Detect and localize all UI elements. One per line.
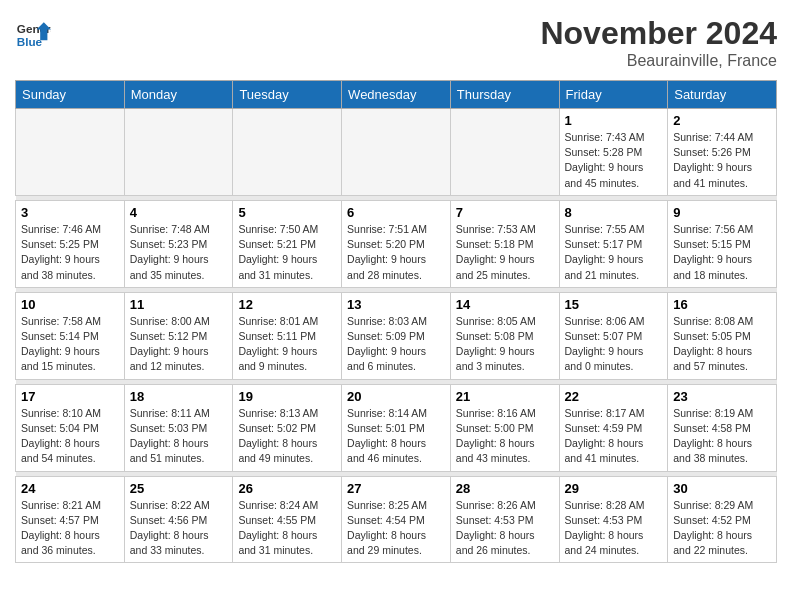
day-info: Sunrise: 8:29 AMSunset: 4:52 PMDaylight:… — [673, 498, 771, 559]
day-info: Sunrise: 8:19 AMSunset: 4:58 PMDaylight:… — [673, 406, 771, 467]
weekday-header-sunday: Sunday — [16, 81, 125, 109]
day-info: Sunrise: 8:25 AMSunset: 4:54 PMDaylight:… — [347, 498, 445, 559]
day-number: 14 — [456, 297, 554, 312]
day-info: Sunrise: 8:03 AMSunset: 5:09 PMDaylight:… — [347, 314, 445, 375]
day-cell: 2Sunrise: 7:44 AMSunset: 5:26 PMDaylight… — [668, 109, 777, 196]
day-cell: 22Sunrise: 8:17 AMSunset: 4:59 PMDayligh… — [559, 384, 668, 471]
day-number: 21 — [456, 389, 554, 404]
day-number: 12 — [238, 297, 336, 312]
day-cell: 7Sunrise: 7:53 AMSunset: 5:18 PMDaylight… — [450, 200, 559, 287]
day-number: 7 — [456, 205, 554, 220]
day-number: 26 — [238, 481, 336, 496]
day-info: Sunrise: 7:56 AMSunset: 5:15 PMDaylight:… — [673, 222, 771, 283]
day-info: Sunrise: 8:05 AMSunset: 5:08 PMDaylight:… — [456, 314, 554, 375]
day-info: Sunrise: 7:50 AMSunset: 5:21 PMDaylight:… — [238, 222, 336, 283]
day-info: Sunrise: 8:13 AMSunset: 5:02 PMDaylight:… — [238, 406, 336, 467]
day-info: Sunrise: 8:26 AMSunset: 4:53 PMDaylight:… — [456, 498, 554, 559]
day-info: Sunrise: 8:22 AMSunset: 4:56 PMDaylight:… — [130, 498, 228, 559]
weekday-header-thursday: Thursday — [450, 81, 559, 109]
day-number: 11 — [130, 297, 228, 312]
day-info: Sunrise: 7:58 AMSunset: 5:14 PMDaylight:… — [21, 314, 119, 375]
day-number: 3 — [21, 205, 119, 220]
day-cell: 26Sunrise: 8:24 AMSunset: 4:55 PMDayligh… — [233, 476, 342, 563]
day-number: 16 — [673, 297, 771, 312]
day-cell — [16, 109, 125, 196]
day-cell: 9Sunrise: 7:56 AMSunset: 5:15 PMDaylight… — [668, 200, 777, 287]
day-number: 28 — [456, 481, 554, 496]
day-info: Sunrise: 8:24 AMSunset: 4:55 PMDaylight:… — [238, 498, 336, 559]
day-cell: 27Sunrise: 8:25 AMSunset: 4:54 PMDayligh… — [342, 476, 451, 563]
day-info: Sunrise: 8:06 AMSunset: 5:07 PMDaylight:… — [565, 314, 663, 375]
day-cell: 5Sunrise: 7:50 AMSunset: 5:21 PMDaylight… — [233, 200, 342, 287]
month-title: November 2024 — [540, 15, 777, 52]
day-number: 1 — [565, 113, 663, 128]
week-row-2: 3Sunrise: 7:46 AMSunset: 5:25 PMDaylight… — [16, 200, 777, 287]
day-number: 17 — [21, 389, 119, 404]
day-cell: 13Sunrise: 8:03 AMSunset: 5:09 PMDayligh… — [342, 292, 451, 379]
day-info: Sunrise: 7:55 AMSunset: 5:17 PMDaylight:… — [565, 222, 663, 283]
day-info: Sunrise: 7:48 AMSunset: 5:23 PMDaylight:… — [130, 222, 228, 283]
day-number: 27 — [347, 481, 445, 496]
day-number: 5 — [238, 205, 336, 220]
day-cell: 24Sunrise: 8:21 AMSunset: 4:57 PMDayligh… — [16, 476, 125, 563]
weekday-header-monday: Monday — [124, 81, 233, 109]
day-number: 23 — [673, 389, 771, 404]
day-number: 20 — [347, 389, 445, 404]
weekday-header-friday: Friday — [559, 81, 668, 109]
day-cell: 30Sunrise: 8:29 AMSunset: 4:52 PMDayligh… — [668, 476, 777, 563]
svg-text:Blue: Blue — [17, 35, 43, 48]
day-number: 30 — [673, 481, 771, 496]
day-cell: 1Sunrise: 7:43 AMSunset: 5:28 PMDaylight… — [559, 109, 668, 196]
day-cell: 4Sunrise: 7:48 AMSunset: 5:23 PMDaylight… — [124, 200, 233, 287]
page-header: General Blue November 2024 Beaurainville… — [15, 15, 777, 70]
day-info: Sunrise: 8:28 AMSunset: 4:53 PMDaylight:… — [565, 498, 663, 559]
day-number: 6 — [347, 205, 445, 220]
day-info: Sunrise: 8:01 AMSunset: 5:11 PMDaylight:… — [238, 314, 336, 375]
day-cell — [233, 109, 342, 196]
day-cell — [124, 109, 233, 196]
day-number: 4 — [130, 205, 228, 220]
logo: General Blue — [15, 15, 51, 51]
day-number: 10 — [21, 297, 119, 312]
day-cell: 25Sunrise: 8:22 AMSunset: 4:56 PMDayligh… — [124, 476, 233, 563]
day-cell: 29Sunrise: 8:28 AMSunset: 4:53 PMDayligh… — [559, 476, 668, 563]
day-cell: 3Sunrise: 7:46 AMSunset: 5:25 PMDaylight… — [16, 200, 125, 287]
week-row-3: 10Sunrise: 7:58 AMSunset: 5:14 PMDayligh… — [16, 292, 777, 379]
day-info: Sunrise: 8:00 AMSunset: 5:12 PMDaylight:… — [130, 314, 228, 375]
day-cell: 10Sunrise: 7:58 AMSunset: 5:14 PMDayligh… — [16, 292, 125, 379]
day-info: Sunrise: 8:08 AMSunset: 5:05 PMDaylight:… — [673, 314, 771, 375]
day-cell: 8Sunrise: 7:55 AMSunset: 5:17 PMDaylight… — [559, 200, 668, 287]
day-info: Sunrise: 8:11 AMSunset: 5:03 PMDaylight:… — [130, 406, 228, 467]
day-number: 29 — [565, 481, 663, 496]
week-row-1: 1Sunrise: 7:43 AMSunset: 5:28 PMDaylight… — [16, 109, 777, 196]
day-info: Sunrise: 8:17 AMSunset: 4:59 PMDaylight:… — [565, 406, 663, 467]
day-cell: 6Sunrise: 7:51 AMSunset: 5:20 PMDaylight… — [342, 200, 451, 287]
weekday-header-tuesday: Tuesday — [233, 81, 342, 109]
day-info: Sunrise: 7:46 AMSunset: 5:25 PMDaylight:… — [21, 222, 119, 283]
day-cell: 21Sunrise: 8:16 AMSunset: 5:00 PMDayligh… — [450, 384, 559, 471]
weekday-header-wednesday: Wednesday — [342, 81, 451, 109]
day-number: 9 — [673, 205, 771, 220]
day-cell: 12Sunrise: 8:01 AMSunset: 5:11 PMDayligh… — [233, 292, 342, 379]
day-number: 18 — [130, 389, 228, 404]
location: Beaurainville, France — [540, 52, 777, 70]
day-info: Sunrise: 7:51 AMSunset: 5:20 PMDaylight:… — [347, 222, 445, 283]
day-cell: 16Sunrise: 8:08 AMSunset: 5:05 PMDayligh… — [668, 292, 777, 379]
title-block: November 2024 Beaurainville, France — [540, 15, 777, 70]
day-cell: 19Sunrise: 8:13 AMSunset: 5:02 PMDayligh… — [233, 384, 342, 471]
logo-icon: General Blue — [15, 15, 51, 51]
weekday-header-saturday: Saturday — [668, 81, 777, 109]
day-cell: 23Sunrise: 8:19 AMSunset: 4:58 PMDayligh… — [668, 384, 777, 471]
day-info: Sunrise: 7:43 AMSunset: 5:28 PMDaylight:… — [565, 130, 663, 191]
day-cell: 15Sunrise: 8:06 AMSunset: 5:07 PMDayligh… — [559, 292, 668, 379]
day-cell: 20Sunrise: 8:14 AMSunset: 5:01 PMDayligh… — [342, 384, 451, 471]
week-row-4: 17Sunrise: 8:10 AMSunset: 5:04 PMDayligh… — [16, 384, 777, 471]
day-number: 2 — [673, 113, 771, 128]
day-cell: 17Sunrise: 8:10 AMSunset: 5:04 PMDayligh… — [16, 384, 125, 471]
day-number: 25 — [130, 481, 228, 496]
day-info: Sunrise: 7:44 AMSunset: 5:26 PMDaylight:… — [673, 130, 771, 191]
week-row-5: 24Sunrise: 8:21 AMSunset: 4:57 PMDayligh… — [16, 476, 777, 563]
day-info: Sunrise: 8:14 AMSunset: 5:01 PMDaylight:… — [347, 406, 445, 467]
day-info: Sunrise: 7:53 AMSunset: 5:18 PMDaylight:… — [456, 222, 554, 283]
day-info: Sunrise: 8:16 AMSunset: 5:00 PMDaylight:… — [456, 406, 554, 467]
